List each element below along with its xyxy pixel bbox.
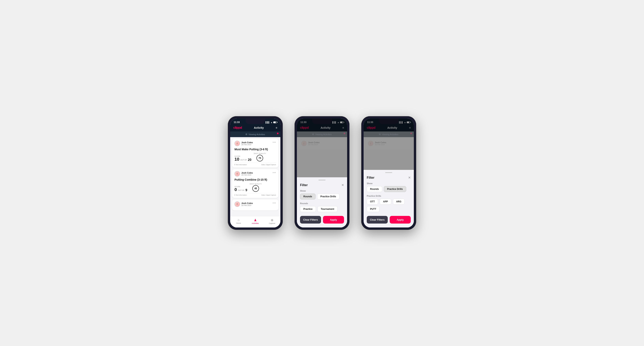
notch-1 [246,119,265,124]
phone-2-inner: 11:33 ▌▌▌ ▲ clippd Activity ≡ ⊞ Viewing … [297,119,347,227]
tournament-btn-1[interactable]: Tournament [318,206,338,212]
menu-icon-1[interactable]: ≡ [276,126,277,129]
nav-activities-1[interactable]: ♟ Activities [247,217,264,225]
app-btn-2[interactable]: APP [380,199,391,204]
out-of-2: OUT OF [238,189,244,191]
status-icons-1: ▌▌▌ ▲ [266,121,277,123]
show-buttons-1: Rounds Practice Drills [300,193,344,199]
pd-label-2: Practice Drills [367,195,411,197]
shots-value-2: 9 [246,189,247,192]
phone-1: 11:33 ▌▌▌ ▲ clippd Activity ≡ ⊞ Viewing … [228,116,283,230]
sq-badge-1: 75 [256,155,263,162]
overlay-dim-1[interactable] [297,119,347,177]
bottom-nav-1: ⌂ Home ♟ Activities ⊕ Capture [230,216,280,227]
footer-data-1: Data: Clippd Capture [261,164,276,166]
time-1: 11:33 [234,121,240,124]
show-section-2: Show Rounds Practice Drills [367,182,411,192]
filter-overlay-2: Filter ✕ Show Rounds Practice Drills Pra… [364,119,414,227]
user-date-3: 28 Feb 2023 [241,204,253,206]
sheet-actions-1: Clear Filters Apply [300,216,344,223]
user-info-3: 🏌 Josh Coles 28 Feb 2023 [234,201,253,207]
battery-icon [273,122,277,123]
stats-row-1: Score 10 OUT OF 20 Shot Quality 75 [234,153,276,162]
show-label-1: Show [300,190,344,192]
phone-1-inner: 11:33 ▌▌▌ ▲ clippd Activity ≡ ⊞ Viewing … [230,119,280,227]
capture-icon-1: ⊕ [271,218,273,222]
nav-home-1[interactable]: ⌂ Home [230,217,247,225]
viewing-text-1: Viewing Activities [248,133,265,136]
score-value-1: 10 [234,157,239,162]
user-name-2: Josh Coles [241,172,253,174]
sheet-header-1: Filter ✕ [300,183,344,187]
filter-sheet-1: Filter ✕ Show Rounds Practice Drills Rou… [297,177,347,227]
stats-row-2: Score 0 OUT OF 9 Shot Quality 45 [234,183,276,192]
app-header-1: clippd Activity ≡ [230,125,280,132]
user-info-1: 🏌 Josh Coles 28 Feb 2023 [234,141,253,146]
content-1[interactable]: 🏌 Josh Coles 28 Feb 2023 ••• Must Make P… [230,137,280,216]
signal-icon: ▌▌▌ [266,121,270,123]
activity-card-2: 🏌 Josh Coles 28 Feb 2023 ••• Putting Com… [232,169,278,198]
more-dots-1[interactable]: ••• [272,141,276,144]
nav-capture-label-1: Capture [269,222,275,224]
avatar-1: 🏌 [234,141,240,146]
phone-3: 11:33 ▌▌▌ ▲ clippd Activity ≡ ⊞ Viewing … [361,116,416,230]
filter-title-2: Filter [367,176,374,179]
viewing-banner-1[interactable]: ⊞ Viewing Activities [230,132,280,137]
footer-info-1: ℹ Test Information [234,164,247,166]
clear-filters-btn-1[interactable]: Clear Filters [300,216,321,223]
more-dots-2[interactable]: ••• [272,171,276,174]
user-name-1: Josh Coles [241,141,253,144]
close-button-2[interactable]: ✕ [408,176,411,179]
filter-sheet-2: Filter ✕ Show Rounds Practice Drills Pra… [364,170,414,227]
activities-icon-1: ♟ [254,218,257,222]
filter-overlay-1: Filter ✕ Show Rounds Practice Drills Rou… [297,119,347,227]
apply-btn-2[interactable]: Apply [390,216,411,223]
wifi-icon: ▲ [270,121,272,123]
logo-1: clippd [233,126,242,130]
practice-drills-section-2: Practice Drills OTT APP ARG PUTT [367,195,411,212]
pd-buttons-2: OTT APP ARG PUTT [367,199,411,212]
sheet-handle-1 [318,180,326,180]
card-header-1: 🏌 Josh Coles 28 Feb 2023 ••• [234,141,276,146]
practice-drills-tab-2[interactable]: Practice Drills [384,186,406,192]
user-name-3: Josh Coles [241,202,253,204]
apply-btn-1[interactable]: Apply [323,216,344,223]
ott-btn-2[interactable]: OTT [367,199,378,204]
activity-title-1: Must Make Putting (3-6 ft) [234,148,276,151]
sq-label-2: Shot Quality [250,183,262,185]
activity-card-3: 🏌 Josh Coles 28 Feb 2023 ••• [232,199,278,210]
card-header-3: 🏌 Josh Coles 28 Feb 2023 ••• [234,201,276,207]
phone-3-inner: 11:33 ▌▌▌ ▲ clippd Activity ≡ ⊞ Viewing … [364,119,414,227]
sheet-handle-2 [385,172,392,173]
practice-drills-tab-1[interactable]: Practice Drills [317,193,340,199]
user-date-2: 28 Feb 2023 [241,174,253,176]
sheet-actions-2: Clear Filters Apply [367,216,411,223]
sheet-header-2: Filter ✕ [367,176,411,179]
avatar-3: 🏌 [234,201,240,207]
practice-btn-1[interactable]: Practice [300,206,316,212]
arg-btn-2[interactable]: ARG [393,199,405,204]
card-footer-1: ℹ Test Information Data: Clippd Capture [234,163,276,166]
home-icon-1: ⌂ [238,218,240,222]
notification-dot-1 [277,133,278,134]
card-footer-2: ℹ Test Information Data: Clippd Capture [234,193,276,196]
nav-activities-label-1: Activities [252,222,259,224]
nav-home-label-1: Home [236,222,241,224]
putt-btn-2[interactable]: PUTT [367,206,380,212]
close-button-1[interactable]: ✕ [342,183,344,187]
show-section-1: Show Rounds Practice Drills [300,190,344,199]
filter-icon-1: ⊞ [246,133,247,136]
sq-label-1: Shot Quality [254,153,266,154]
avatar-2: 🏌 [234,171,240,176]
clear-filters-btn-2[interactable]: Clear Filters [367,216,388,223]
footer-info-2: ℹ Test Information [234,194,247,196]
overlay-dim-2[interactable] [364,119,414,170]
filter-title-1: Filter [300,183,308,187]
nav-capture-1[interactable]: ⊕ Capture [264,217,280,225]
rounds-buttons-1: Practice Tournament [300,206,344,212]
rounds-tab-1[interactable]: Rounds [300,193,316,199]
screens-container: 11:33 ▌▌▌ ▲ clippd Activity ≡ ⊞ Viewing … [228,116,416,230]
phone-2: 11:33 ▌▌▌ ▲ clippd Activity ≡ ⊞ Viewing … [294,116,350,230]
more-dots-3[interactable]: ••• [272,201,276,204]
rounds-tab-2[interactable]: Rounds [367,186,382,192]
